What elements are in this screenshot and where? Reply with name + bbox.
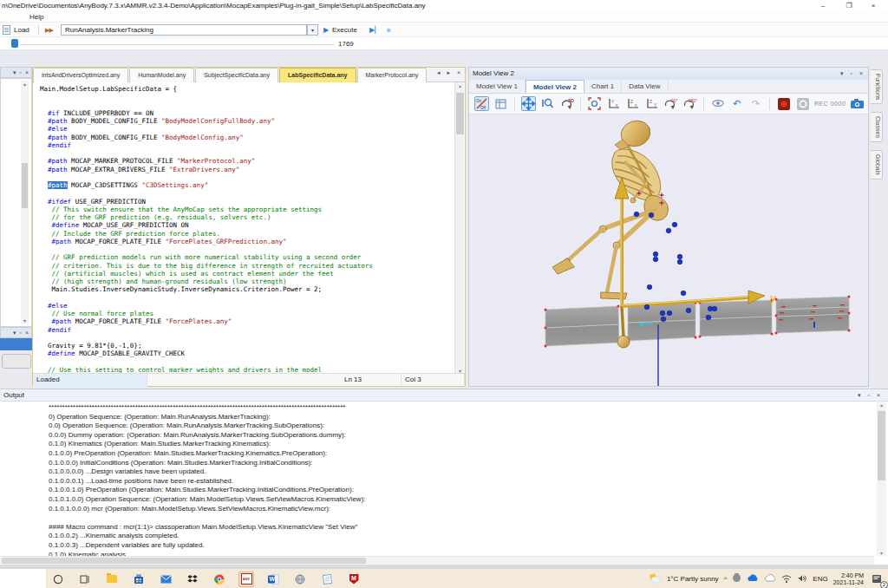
- menu-help[interactable]: Help: [26, 11, 47, 23]
- mocap-marker[interactable]: [681, 291, 686, 296]
- mocap-marker[interactable]: [712, 306, 717, 311]
- scroll-up-icon[interactable]: ▴: [21, 81, 29, 87]
- pan-icon[interactable]: [521, 96, 536, 111]
- execute-button[interactable]: Execute: [332, 23, 357, 37]
- editor-tab[interactable]: HumanModel.any: [129, 68, 194, 82]
- close-button[interactable]: ×: [862, 0, 885, 11]
- editor-tab[interactable]: MarkerProtocol.any: [357, 68, 428, 82]
- mocap-marker[interactable]: [660, 310, 665, 316]
- onoff-toggle-icon[interactable]: OnOff: [474, 96, 489, 111]
- globe-icon[interactable]: [292, 572, 308, 587]
- model-view-tab[interactable]: Data View: [622, 80, 668, 93]
- left-panel-scrollbar[interactable]: ▴ ▾: [21, 81, 29, 323]
- mocap-marker[interactable]: [653, 257, 658, 262]
- scroll-up-icon[interactable]: ▴: [877, 402, 886, 408]
- scroll-up-icon[interactable]: ▴: [455, 82, 465, 88]
- mocap-marker[interactable]: [667, 310, 672, 316]
- editor-tab[interactable]: SubjectSpecificData.any: [195, 68, 278, 82]
- record-icon[interactable]: [776, 96, 791, 111]
- output-log[interactable]: ****************************************…: [0, 402, 874, 556]
- onedrive-icon[interactable]: [747, 574, 759, 584]
- weather-text[interactable]: 1°C Partly sunny: [667, 575, 719, 583]
- left-panel2-selected-row[interactable]: [0, 338, 32, 350]
- volume-icon[interactable]: [797, 574, 807, 585]
- model-viewport[interactable]: y: [469, 114, 868, 386]
- task-view-icon[interactable]: [77, 572, 93, 587]
- step-icon[interactable]: ▶▏: [369, 23, 380, 37]
- view-yx-icon[interactable]: Yx: [606, 96, 621, 111]
- side-tab-globals[interactable]: Globals: [871, 150, 883, 180]
- side-tab-functions[interactable]: Functions: [871, 69, 883, 104]
- word-icon[interactable]: W: [265, 572, 281, 587]
- editor-tab[interactable]: intsAndDriversOptimized.any: [33, 68, 128, 82]
- mocap-marker[interactable]: [644, 304, 650, 310]
- dropbox-icon[interactable]: [185, 572, 200, 587]
- view-zy-icon[interactable]: ZY: [644, 96, 659, 111]
- time-slider-track[interactable]: [20, 44, 334, 45]
- snapshot-camera-icon[interactable]: [850, 96, 865, 111]
- mocap-marker[interactable]: [686, 308, 691, 313]
- view-zx-icon[interactable]: Zx: [625, 96, 640, 111]
- load-button[interactable]: Load: [14, 23, 29, 37]
- mocap-marker[interactable]: [653, 252, 658, 257]
- editor-scrollbar[interactable]: ▴ ▾: [454, 82, 464, 374]
- scroll-thumb[interactable]: [878, 411, 885, 480]
- wifi-icon[interactable]: [781, 574, 792, 585]
- time-slider-thumb[interactable]: [11, 39, 18, 48]
- anybody-app-icon[interactable]: ANY: [238, 572, 254, 587]
- side-tab-classes[interactable]: Classes: [871, 112, 883, 142]
- scroll-thumb[interactable]: [456, 93, 464, 134]
- chrome-icon[interactable]: [212, 572, 227, 587]
- file-explorer-icon[interactable]: [104, 572, 120, 587]
- stop-icon[interactable]: ■: [387, 23, 391, 37]
- scroll-thumb[interactable]: [2, 558, 366, 564]
- left-panel2-button[interactable]: [2, 354, 31, 369]
- output-scrollbar[interactable]: ▴ ▾: [877, 402, 886, 556]
- editor-tab[interactable]: LabSpecificData.any: [279, 68, 356, 82]
- restore-button[interactable]: ❐: [838, 0, 860, 11]
- mocap-marker[interactable]: [677, 259, 682, 265]
- mocap-marker[interactable]: [706, 315, 711, 320]
- record-stop-icon[interactable]: [795, 96, 810, 111]
- store-icon[interactable]: [131, 572, 147, 587]
- skeleton-model[interactable]: [552, 117, 668, 299]
- clock[interactable]: 2:40 PM 2021-11-24: [833, 572, 864, 586]
- zoom-cursor-icon[interactable]: [540, 96, 555, 111]
- mcafee-icon[interactable]: M: [346, 572, 362, 587]
- mail-icon[interactable]: [158, 572, 173, 587]
- cloud-icon[interactable]: [764, 574, 776, 584]
- view-properties-icon[interactable]: [493, 96, 508, 111]
- weather-icon[interactable]: [648, 572, 662, 585]
- view-orbit-icon[interactable]: [710, 96, 725, 111]
- rotate-180-icon[interactable]: 180°: [682, 96, 697, 111]
- mocap-marker[interactable]: [647, 284, 652, 290]
- output-hscrollbar[interactable]: [0, 556, 874, 565]
- model-view-header-icons[interactable]: ▾ ▫ ×: [840, 68, 865, 79]
- teams-icon[interactable]: [732, 573, 741, 585]
- output-header-icons[interactable]: ▾ ▫ ×: [858, 389, 883, 401]
- notepad-icon[interactable]: [319, 572, 335, 587]
- execute-play-icon[interactable]: ▶: [323, 23, 329, 37]
- mocap-marker[interactable]: [672, 222, 677, 227]
- taskbar-search-box[interactable]: [0, 569, 46, 588]
- minimize-button[interactable]: –: [812, 0, 834, 11]
- scroll-down-icon[interactable]: ▾: [877, 550, 886, 556]
- mocap-marker[interactable]: [634, 212, 639, 217]
- mocap-marker[interactable]: [661, 317, 666, 322]
- editor-tab-nav[interactable]: ◂ ▸ ×: [437, 69, 463, 76]
- scroll-down-icon[interactable]: ▾: [21, 317, 29, 323]
- tray-chevron-icon[interactable]: ^: [724, 575, 728, 583]
- undo-icon[interactable]: ↶: [729, 96, 744, 111]
- scroll-thumb[interactable]: [22, 163, 28, 208]
- mocap-marker[interactable]: [677, 254, 682, 259]
- zoom-fit-icon[interactable]: [587, 96, 602, 111]
- model-view-tab[interactable]: Model View 2: [526, 80, 584, 93]
- language-indicator[interactable]: ENG: [813, 575, 827, 583]
- operation-combo[interactable]: RunAnalysis.MarkerTracking: [61, 24, 307, 36]
- mocap-marker[interactable]: [649, 212, 654, 218]
- rotate-3d-icon[interactable]: 3D: [559, 96, 574, 111]
- model-view-tab[interactable]: Chart 1: [584, 80, 622, 93]
- mocap-marker[interactable]: [666, 228, 671, 233]
- model-view-tab[interactable]: Model View 1: [469, 80, 526, 93]
- notification-center-icon[interactable]: 2: [869, 572, 885, 587]
